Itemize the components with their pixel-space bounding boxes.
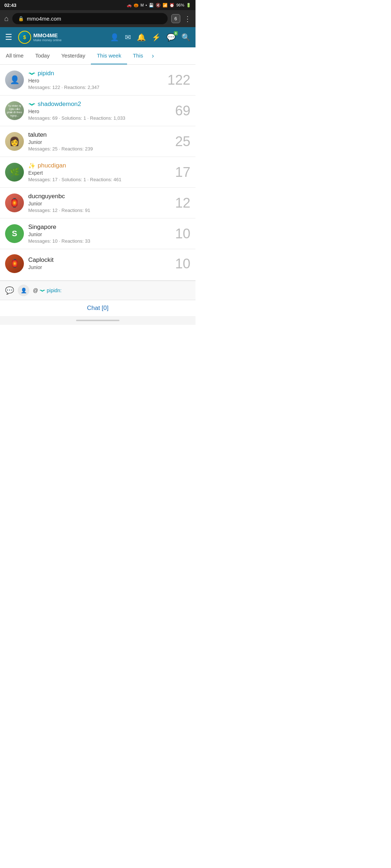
site-header: ☰ $ MMO4ME Make money online 👤 ✉ 🔔 ⚡ 💬 0… xyxy=(0,27,196,47)
bottom-handle xyxy=(0,316,196,325)
username[interactable]: Singapore xyxy=(28,224,56,231)
user-role: Hero xyxy=(28,109,165,114)
user-role: Junior xyxy=(28,201,165,207)
user-name-row: ducnguyenbc xyxy=(28,193,165,200)
user-role: Junior xyxy=(28,231,165,237)
notif-text: @ pipidn: xyxy=(33,288,62,293)
filter-tabs: All time Today Yesterday This week This … xyxy=(0,47,196,65)
user-role: Junior xyxy=(28,139,165,145)
list-item: 👩 taluten Junior Messages: 25 · Reaction… xyxy=(0,126,196,157)
site-logo[interactable]: $ MMO4ME Make money online xyxy=(18,31,62,44)
list-item: 🌿 ✨ phucdigan Expert Messages: 17 · Solu… xyxy=(0,157,196,188)
svg-point-1 xyxy=(31,104,32,105)
list-item: 👤 pipidn Hero Messages: 122 · Reactions:… xyxy=(0,65,196,95)
address-bar[interactable]: 🔒 mmo4me.com xyxy=(12,13,168,24)
user-role: Hero xyxy=(28,78,160,84)
logo-subtitle: Make money online xyxy=(33,38,62,42)
user-stats: Messages: 10 · Reactions: 33 xyxy=(28,238,165,244)
tabs-scroll-right[interactable]: › xyxy=(149,52,157,60)
user-info: taluten Junior Messages: 25 · Reactions:… xyxy=(28,131,165,152)
emoji-icon: 🎃 xyxy=(134,3,139,8)
user-message-count: 25 xyxy=(172,134,190,149)
notif-avatar: 👤 xyxy=(18,285,29,296)
notif-username[interactable]: pipidn: xyxy=(39,288,62,293)
list-item: Ty nhân tý mão cần phải đi theo nguy... … xyxy=(0,95,196,126)
tab-yesterday[interactable]: Yesterday xyxy=(55,47,91,64)
user-name-row: Caplockit xyxy=(28,256,165,264)
tab-all-time[interactable]: All time xyxy=(0,47,29,64)
lightning-icon-button[interactable]: ⚡ xyxy=(152,33,161,42)
browser-chrome: ⌂ 🔒 mmo4me.com 6 ⋮ xyxy=(0,10,196,27)
avatar: S xyxy=(5,224,24,243)
battery-icon: 🔋 xyxy=(186,3,191,8)
svg-point-2 xyxy=(42,291,43,292)
user-info: shadowdemon2 Hero Messages: 69 · Solutio… xyxy=(28,101,165,121)
user-name-row: Singapore xyxy=(28,224,165,231)
tab-this-month-partial[interactable]: This xyxy=(127,47,149,64)
car-icon: 🚗 xyxy=(127,3,132,8)
user-name-row: pipidn xyxy=(28,70,160,77)
username[interactable]: Caplockit xyxy=(28,256,54,264)
avatar: 🌿 xyxy=(5,163,24,182)
mail-icon-button[interactable]: ✉ xyxy=(125,33,131,42)
rank-icon-hero xyxy=(28,70,35,77)
mute-icon: 🔇 xyxy=(156,3,161,8)
handle-bar xyxy=(76,320,119,321)
rank-icon-expert: ✨ xyxy=(28,162,35,169)
chat-label[interactable]: Chat [0] xyxy=(87,305,109,311)
user-info: pipidn Hero Messages: 122 · Reactions: 2… xyxy=(28,70,160,90)
username[interactable]: pipidn xyxy=(38,70,54,77)
alarm-icon: ⏰ xyxy=(169,3,175,8)
hamburger-menu[interactable]: ☰ xyxy=(5,33,12,42)
status-bar: 02:43 🚗 🎃 M • 💾 🔇 📶 ⏰ 96% 🔋 xyxy=(0,0,196,10)
username[interactable]: ducnguyenbc xyxy=(28,193,65,200)
user-message-count: 10 xyxy=(172,226,190,242)
logo-name: MMO4ME xyxy=(33,33,62,39)
user-role: Expert xyxy=(28,170,165,176)
notification-chat-icon[interactable]: 💬 xyxy=(5,286,14,295)
user-icon-button[interactable]: 👤 xyxy=(110,33,119,42)
avatar: Ty nhân tý mão cần phải đi theo nguy... xyxy=(5,101,24,120)
header-icons: 👤 ✉ 🔔 ⚡ 💬 0 🔍 xyxy=(110,33,190,42)
user-stats: Messages: 17 · Solutions: 1 · Reactions:… xyxy=(28,177,165,182)
username[interactable]: taluten xyxy=(28,131,47,139)
user-info: ducnguyenbc Junior Messages: 12 · Reacti… xyxy=(28,193,165,213)
search-icon-button[interactable]: 🔍 xyxy=(181,33,190,42)
user-list: 👤 pipidn Hero Messages: 122 · Reactions:… xyxy=(0,65,196,281)
svg-point-0 xyxy=(31,73,32,75)
dot-icon: • xyxy=(146,3,147,7)
logo-text-block: MMO4ME Make money online xyxy=(33,33,62,42)
tab-today[interactable]: Today xyxy=(29,47,55,64)
logo-icon: $ xyxy=(18,31,31,44)
user-name-row: shadowdemon2 xyxy=(28,101,165,108)
avatar: 👩 xyxy=(5,132,24,151)
bottom-notification: 💬 👤 @ pipidn: xyxy=(0,281,196,300)
url-text: mmo4me.com xyxy=(27,16,61,22)
battery-percent: 96% xyxy=(176,3,184,7)
list-item: 🏮 ducnguyenbc Junior Messages: 12 · Reac… xyxy=(0,188,196,218)
status-icons: 🚗 🎃 M • 💾 🔇 📶 ⏰ 96% 🔋 xyxy=(127,3,191,8)
list-item: 🏮 Caplockit Junior 10 xyxy=(0,249,196,281)
user-message-count: 122 xyxy=(168,72,190,88)
bell-icon-button[interactable]: 🔔 xyxy=(137,33,146,42)
user-role: Junior xyxy=(28,264,165,270)
lock-icon: 🔒 xyxy=(18,16,24,21)
browser-menu-button[interactable]: ⋮ xyxy=(184,14,191,23)
avatar: 🏮 xyxy=(5,193,24,212)
chat-bar: Chat [0] xyxy=(0,300,196,316)
notif-at-symbol: @ xyxy=(33,288,39,293)
user-info: ✨ phucdigan Expert Messages: 17 · Soluti… xyxy=(28,162,165,182)
tab-count-button[interactable]: 6 xyxy=(171,14,180,23)
user-stats: Messages: 69 · Solutions: 1 · Reactions:… xyxy=(28,115,165,121)
user-name-row: ✨ phucdigan xyxy=(28,162,165,169)
user-stats: Messages: 12 · Reactions: 91 xyxy=(28,208,165,213)
user-stats: Messages: 25 · Reactions: 239 xyxy=(28,146,165,152)
user-message-count: 69 xyxy=(172,103,190,119)
user-info: Singapore Junior Messages: 10 · Reaction… xyxy=(28,224,165,244)
tab-this-week[interactable]: This week xyxy=(91,47,127,64)
status-time: 02:43 xyxy=(4,3,16,8)
username[interactable]: phucdigan xyxy=(38,162,66,169)
chat-icon-button[interactable]: 💬 0 xyxy=(167,33,176,42)
username[interactable]: shadowdemon2 xyxy=(38,101,81,108)
browser-home-button[interactable]: ⌂ xyxy=(4,14,9,23)
